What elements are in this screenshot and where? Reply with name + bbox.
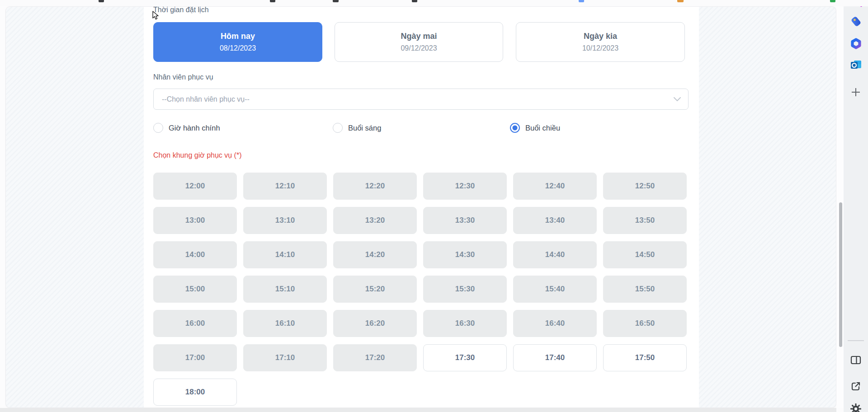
- booking-form: Thời gian đặt lịch Hôm nay 08/12/2023 Ng…: [153, 0, 689, 412]
- favicon-fragment: [412, 0, 417, 2]
- time-slot-button[interactable]: 18:00: [153, 379, 237, 406]
- slot-section-label: Chọn khung giờ phục vụ (*): [153, 151, 242, 159]
- time-slot-button[interactable]: 14:30: [423, 241, 507, 268]
- favicon-fragment: [677, 0, 684, 2]
- shift-radio-label: Buổi sáng: [348, 122, 381, 133]
- time-slot-button[interactable]: 15:00: [153, 276, 237, 303]
- time-slot-button[interactable]: 14:00: [153, 241, 237, 268]
- time-slot-button[interactable]: 15:10: [243, 276, 327, 303]
- date-option-date: 10/12/2023: [582, 44, 618, 52]
- favicon-fragment: [99, 0, 104, 2]
- time-slot-button[interactable]: 12:30: [423, 173, 507, 200]
- radio-icon[interactable]: [333, 123, 343, 133]
- chevron-down-icon: [674, 97, 681, 102]
- booking-time-label: Thời gian đặt lịch: [153, 6, 209, 14]
- favicon-fragment: [270, 0, 275, 2]
- time-slot-button[interactable]: 15:30: [423, 276, 507, 303]
- date-option-date: 08/12/2023: [220, 44, 256, 52]
- shopping-tag-icon[interactable]: [849, 15, 862, 28]
- date-option-button[interactable]: Hôm nay 08/12/2023: [153, 22, 322, 62]
- shift-radio-option[interactable]: Buổi chiều: [510, 122, 560, 133]
- favicon-fragment: [830, 0, 835, 2]
- time-slot-button[interactable]: 16:00: [153, 310, 237, 337]
- time-slot-button[interactable]: 17:00: [153, 344, 237, 371]
- sidebar-divider: [848, 340, 864, 341]
- favicon-fragment: [333, 0, 339, 2]
- staff-select-placeholder: --Chọn nhân viên phục vụ--: [162, 95, 250, 103]
- bottom-scroll-strip: [0, 408, 836, 412]
- time-slot-button[interactable]: 12:50: [603, 173, 687, 200]
- microsoft365-icon[interactable]: [849, 37, 862, 50]
- time-slot-button[interactable]: 12:40: [513, 173, 597, 200]
- time-slot-button[interactable]: 15:20: [333, 276, 417, 303]
- favicon-fragment: [579, 0, 584, 2]
- time-slot-button[interactable]: 15:50: [603, 276, 687, 303]
- date-option-date: 09/12/2023: [401, 44, 437, 52]
- time-slot-button[interactable]: 12:00: [153, 173, 237, 200]
- time-slot-button[interactable]: 13:30: [423, 207, 507, 234]
- date-option-title: Hôm nay: [221, 32, 255, 41]
- staff-label: Nhân viên phục vụ: [153, 73, 213, 81]
- time-slot-button[interactable]: 17:30: [423, 344, 507, 371]
- time-slot-button[interactable]: 17:40: [513, 344, 597, 371]
- time-slot-button[interactable]: 16:30: [423, 310, 507, 337]
- add-icon[interactable]: [849, 86, 862, 98]
- time-slot-button[interactable]: 13:00: [153, 207, 237, 234]
- time-slot-button[interactable]: 17:10: [243, 344, 327, 371]
- time-slot-button[interactable]: 13:50: [603, 207, 687, 234]
- time-slot-button[interactable]: 17:20: [333, 344, 417, 371]
- time-slot-grid: 12:0012:1012:2012:3012:4012:5013:0013:10…: [153, 173, 689, 406]
- date-option-button[interactable]: Ngày kia 10/12/2023: [516, 22, 685, 62]
- time-slot-button[interactable]: 13:20: [333, 207, 417, 234]
- time-slot-button[interactable]: 15:40: [513, 276, 597, 303]
- date-option-row: Hôm nay 08/12/2023 Ngày mai 09/12/2023 N…: [153, 22, 685, 62]
- date-option-title: Ngày kia: [584, 32, 617, 41]
- time-slot-button[interactable]: 16:50: [603, 310, 687, 337]
- panel-toggle-icon[interactable]: [849, 354, 862, 366]
- time-slot-button[interactable]: 16:10: [243, 310, 327, 337]
- shift-radio-option[interactable]: Giờ hành chính: [153, 122, 220, 133]
- time-slot-button[interactable]: 14:50: [603, 241, 687, 268]
- shift-radio-group: Giờ hành chính Buổi sáng Buổi chiều: [153, 122, 689, 133]
- date-option-button[interactable]: Ngày mai 09/12/2023: [335, 22, 503, 62]
- outlook-icon[interactable]: [849, 58, 862, 71]
- settings-icon[interactable]: [849, 403, 862, 412]
- time-slot-button[interactable]: 17:50: [603, 344, 687, 371]
- time-slot-button[interactable]: 14:40: [513, 241, 597, 268]
- time-slot-button[interactable]: 13:40: [513, 207, 597, 234]
- date-option-title: Ngày mai: [401, 32, 437, 41]
- shift-radio-option[interactable]: Buổi sáng: [333, 122, 381, 133]
- time-slot-button[interactable]: 14:20: [333, 241, 417, 268]
- shift-radio-label: Giờ hành chính: [169, 122, 220, 133]
- radio-icon[interactable]: [510, 123, 520, 133]
- time-slot-button[interactable]: 16:20: [333, 310, 417, 337]
- time-slot-button[interactable]: 16:40: [513, 310, 597, 337]
- staff-select[interactable]: --Chọn nhân viên phục vụ--: [153, 89, 689, 110]
- external-link-icon[interactable]: [849, 380, 862, 393]
- radio-icon[interactable]: [153, 123, 163, 133]
- time-slot-button[interactable]: 14:10: [243, 241, 327, 268]
- time-slot-button[interactable]: 12:20: [333, 173, 417, 200]
- time-slot-button[interactable]: 13:10: [243, 207, 327, 234]
- scrollbar-thumb[interactable]: [839, 202, 842, 347]
- shift-radio-label: Buổi chiều: [525, 122, 560, 133]
- browser-top-strip: [0, 0, 868, 6]
- time-slot-button[interactable]: 12:10: [243, 173, 327, 200]
- browser-sidebar: [844, 0, 868, 412]
